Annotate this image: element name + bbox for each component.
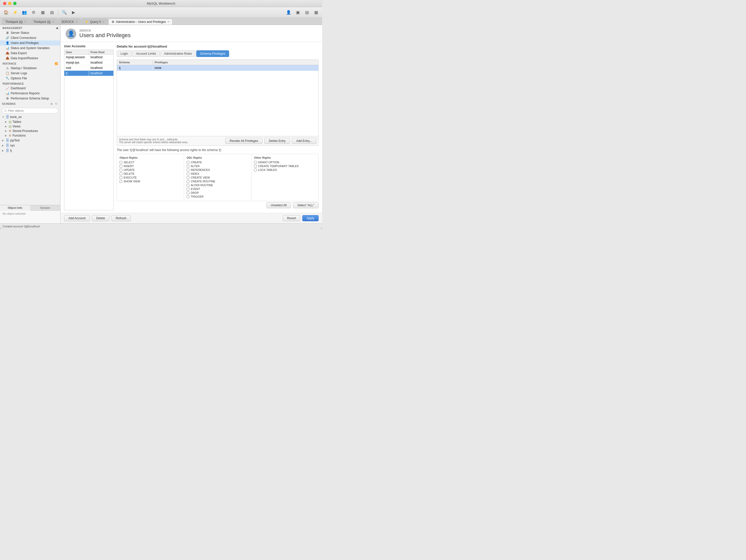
startup-icon: ⚠ [6, 66, 9, 70]
create-temp-tables-checkbox[interactable] [254, 165, 257, 168]
schema-jsptest[interactable]: ▶ 🗄 jspTest [0, 138, 60, 143]
grant-option-checkbox[interactable] [254, 161, 257, 164]
create-checkbox[interactable] [186, 161, 190, 164]
minimize-button[interactable] [8, 2, 11, 5]
schema-tree: ▼ 🗄 book_ex ▶ ▤ Tables ▶ ▤ Views ▶ ⚙ [0, 114, 60, 205]
user-row-mysql-sys[interactable]: mysql.sys localhost [64, 60, 113, 65]
layout2-icon[interactable]: ▤ [303, 8, 311, 17]
alter-checkbox[interactable] [186, 165, 190, 168]
sidebar-item-users-privileges[interactable]: 👤 Users and Privileges [0, 40, 60, 46]
layout1-icon[interactable]: ▣ [294, 8, 302, 17]
cb-alter-routine: ALTER ROUTINE [186, 184, 249, 187]
create-view-checkbox[interactable] [186, 176, 190, 179]
sidebar-item-dashboard[interactable]: 📈 Dashboard [0, 86, 60, 91]
create-routine-checkbox[interactable] [186, 180, 190, 183]
sidebar-item-server-logs[interactable]: 📋 Server Logs [0, 71, 60, 76]
sidebar-item-server-status[interactable]: 🖥 Server Status [0, 30, 60, 35]
sidebar-item-performance-reports[interactable]: 📊 Performance Reports [0, 91, 60, 96]
tab-admin-users[interactable]: ⚙ Administration - Users and Privileges … [108, 19, 173, 25]
sidebar-item-client-connections[interactable]: 🔗 Client Connections [0, 35, 60, 40]
delete-btn[interactable]: Delete [92, 215, 109, 221]
user-cell: tj [64, 71, 89, 76]
sidebar-tab-session[interactable]: Session [30, 205, 60, 211]
revert-btn[interactable]: Revert [283, 215, 300, 221]
sidebar-item-performance-schema[interactable]: ⚙ Performance Schema Setup [0, 96, 60, 101]
update-checkbox[interactable] [119, 169, 122, 171]
insert-checkbox[interactable] [119, 165, 122, 168]
table-icon[interactable]: ▤ [48, 8, 56, 17]
trigger-checkbox[interactable] [186, 195, 190, 198]
schema-sys[interactable]: ▶ 🗄 sys [0, 143, 60, 148]
tab-zerock[interactable]: ZEROCK ✕ [58, 19, 81, 25]
run-icon[interactable]: ▶ [69, 8, 78, 17]
references-checkbox[interactable] [186, 169, 190, 171]
tab-thinkjack1[interactable]: Thinkjack (tj) ✕ [2, 19, 29, 25]
user-row-tj[interactable]: tj localhost [64, 71, 113, 76]
tab-close-icon[interactable]: ✕ [167, 20, 169, 23]
unselect-all-btn[interactable]: Unselect All [266, 202, 291, 208]
cb-grant-option: GRANT OPTION [254, 161, 316, 164]
cb-trigger: TRIGGER [186, 195, 249, 198]
drop-checkbox[interactable] [186, 192, 190, 194]
cb-references: REFERENCES [186, 168, 249, 171]
layout3-icon[interactable]: ▦ [312, 8, 320, 17]
alter-routine-checkbox[interactable] [186, 184, 190, 187]
grid-icon[interactable]: ▦ [39, 8, 47, 17]
cb-show-view: SHOW VIEW [119, 180, 181, 183]
tab-btn-schema-privileges[interactable]: Schema Privileges [196, 50, 229, 57]
tab-btn-account-limits[interactable]: Account Limits [132, 50, 160, 57]
sidebar-tab-object-info[interactable]: Object Info [0, 205, 30, 211]
account-icon[interactable]: 👤 [285, 8, 293, 17]
maximize-button[interactable] [13, 2, 17, 5]
schema-priv-row-tj[interactable]: tj none [117, 65, 318, 71]
tab-query5[interactable]: ⚡ Query 5 ✕ [81, 19, 108, 25]
schema-item-views[interactable]: ▶ ▤ Views [0, 124, 60, 129]
select-all-btn[interactable]: Select "ALL" [293, 202, 319, 208]
event-checkbox[interactable] [186, 188, 190, 191]
sql-icon[interactable]: ⚡ [11, 8, 19, 17]
schema-refresh-icon[interactable]: ↻ [54, 102, 58, 106]
add-entry-btn[interactable]: Add Entry... [292, 138, 316, 144]
client-connections-icon: 🔗 [6, 36, 9, 40]
filter-objects-input[interactable] [2, 108, 58, 113]
execute-checkbox[interactable] [119, 176, 122, 179]
user-row-root[interactable]: root localhost [64, 65, 113, 71]
tab-close-icon[interactable]: ✕ [24, 20, 26, 23]
home-icon[interactable]: 🏠 [2, 8, 10, 17]
add-account-btn[interactable]: Add Account [64, 215, 90, 221]
users-icon[interactable]: 👥 [20, 8, 28, 17]
revoke-all-btn[interactable]: Revoke All Privileges [225, 138, 262, 144]
refresh-btn[interactable]: Refresh [111, 215, 131, 221]
server-logs-icon: 📋 [6, 72, 9, 75]
close-button[interactable] [3, 2, 6, 5]
schema-book-ex[interactable]: ▼ 🗄 book_ex [0, 114, 60, 119]
sidebar-item-status-vars[interactable]: 📊 Status and System Variables [0, 46, 60, 51]
sidebar-item-data-export[interactable]: 📤 Data Export [0, 51, 60, 56]
user-row-mysql-session[interactable]: mysql.session localhost [64, 55, 113, 60]
tab-btn-admin-roles[interactable]: Administrative Roles [160, 50, 196, 57]
management-collapse-icon[interactable]: ◀ [56, 26, 58, 30]
sidebar-item-startup-shutdown[interactable]: ⚠ Startup / Shutdown [0, 65, 60, 71]
instance-wifi-icon[interactable]: 📶 [55, 62, 58, 65]
schema-item-stored-procedures[interactable]: ▶ ⚙ Stored Procedures [0, 129, 60, 133]
select-checkbox[interactable] [119, 161, 122, 164]
delete-entry-btn[interactable]: Delete Entry [264, 138, 290, 144]
show-view-checkbox[interactable] [119, 180, 122, 183]
tab-close-icon[interactable]: ✕ [103, 20, 105, 23]
schema-tj[interactable]: ▶ 🗄 tj [0, 148, 60, 153]
schema-item-functions[interactable]: ▶ ⚙ Functions [0, 133, 60, 138]
tab-btn-login[interactable]: Login [117, 50, 132, 57]
sidebar-item-data-import[interactable]: 📥 Data Import/Restore [0, 56, 60, 61]
config-icon[interactable]: ⚙ [29, 8, 38, 17]
lock-tables-checkbox[interactable] [254, 169, 257, 171]
apply-btn[interactable]: Apply [302, 215, 319, 221]
schema-item-tables[interactable]: ▶ ▤ Tables [0, 119, 60, 124]
search-icon[interactable]: 🔍 [60, 8, 68, 17]
delete-checkbox[interactable] [119, 172, 122, 175]
tab-close-icon[interactable]: ✕ [52, 20, 54, 23]
tab-close-icon[interactable]: ✕ [76, 20, 78, 23]
schema-add-icon[interactable]: ⊕ [50, 102, 53, 106]
index-checkbox[interactable] [186, 172, 190, 175]
tab-thinkjack2[interactable]: Thinkjack (tj) ✕ [30, 19, 57, 25]
sidebar-item-options-file[interactable]: 🔧 Options File [0, 76, 60, 81]
